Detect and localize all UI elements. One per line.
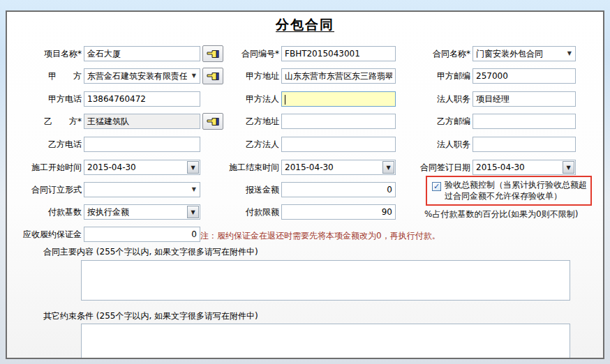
party-b-address-input[interactable] xyxy=(281,114,396,129)
main-content-textarea[interactable] xyxy=(81,260,570,301)
party-b-phone-input[interactable] xyxy=(84,137,200,152)
chevron-down-icon[interactable]: ▼ xyxy=(382,161,394,174)
legal-title-b-input[interactable] xyxy=(473,137,576,152)
project-name-label: 项目名称* xyxy=(12,46,82,61)
party-a-address-input[interactable] xyxy=(281,68,396,84)
deposit-input[interactable] xyxy=(84,227,200,242)
contract-no-input[interactable] xyxy=(281,46,396,61)
party-a-zip-input[interactable] xyxy=(473,68,576,84)
project-name-input[interactable] xyxy=(84,46,200,61)
acceptance-checkbox-label[interactable]: 验收总额控制（当累计执行验收总额超过合同金额不允许保存验收单） xyxy=(445,179,588,202)
sign-date-label: 合同签订日期 xyxy=(401,160,470,175)
start-date-label: 施工开始时间 xyxy=(12,160,82,175)
chevron-down-icon: ▼ xyxy=(192,187,196,192)
party-b-phone-label: 乙方电话 xyxy=(12,137,82,152)
contract-name-combo[interactable]: 门窗安装外包合同 ▼ xyxy=(473,46,576,61)
main-content-label: 合同主要内容 (255个字以内, 如果文字很多请写在附件中) xyxy=(43,246,258,258)
legal-title-b-label: 法人职务 xyxy=(401,137,470,152)
party-a-address-label: 甲方地址 xyxy=(209,68,279,84)
party-b-input[interactable] xyxy=(84,114,200,129)
party-a-legal-input[interactable] xyxy=(281,91,396,107)
contract-form-label: 合同订立形式 xyxy=(12,182,82,197)
report-amount-label: 报送金额 xyxy=(209,182,279,197)
party-b-address-label: 乙方地址 xyxy=(209,114,279,129)
deposit-note-text: 注：履约保证金在退还时需要先将本项金额改为0，再执行付款。 xyxy=(200,230,440,242)
end-date-picker[interactable]: 2015-04-30 ▼ xyxy=(281,160,396,175)
party-a-combo[interactable]: 东营金石建筑安装有限责任 ▼ xyxy=(84,68,200,84)
legal-title-a-input[interactable] xyxy=(473,91,576,107)
contract-form-combo[interactable]: ▼ xyxy=(84,182,200,197)
payment-base-label: 付款基数 xyxy=(12,204,82,220)
party-b-legal-label: 乙方法人 xyxy=(209,137,279,152)
legal-title-a-label: 法人职务 xyxy=(401,91,470,107)
party-b-legal-input[interactable] xyxy=(281,137,396,152)
chevron-down-icon[interactable]: ▼ xyxy=(563,161,574,174)
acceptance-control-highlight: ✓ 验收总额控制（当累计执行验收总额超过合同金额不允许保存验收单） xyxy=(426,176,592,206)
party-a-legal-label: 甲方法人 xyxy=(209,91,279,107)
party-a-phone-input[interactable] xyxy=(84,91,200,107)
other-terms-label: 其它约束条件 (255个字以内, 如果文字很多请写在附件中) xyxy=(43,310,258,322)
acceptance-checkbox[interactable]: ✓ xyxy=(432,182,441,191)
report-amount-input[interactable] xyxy=(281,182,396,197)
payment-limit-input[interactable] xyxy=(281,204,396,220)
chevron-down-icon: ▼ xyxy=(567,51,572,56)
percent-hint-text: %占付款基数的百分比(如果为0则不限制) xyxy=(424,208,578,220)
other-terms-textarea[interactable] xyxy=(81,324,570,359)
contract-no-label: 合同编号* xyxy=(209,46,279,61)
form-panel: 分包合同 项目名称* 合同编号* 合同名称* 门窗安装外包合同 ▼ 甲 方 东营… xyxy=(6,10,604,359)
party-b-zip-input[interactable] xyxy=(473,114,576,129)
party-a-phone-label: 甲方电话 xyxy=(12,91,82,107)
chevron-down-icon[interactable]: ▼ xyxy=(187,206,199,218)
party-b-zip-label: 乙方邮编 xyxy=(401,114,470,129)
sign-date-picker[interactable]: 2015-04-30 ▼ xyxy=(473,160,576,175)
contract-name-label: 合同名称* xyxy=(401,46,470,61)
start-date-picker[interactable]: 2015-04-30 ▼ xyxy=(84,160,200,175)
party-a-label: 甲 方 xyxy=(12,68,82,84)
page-title: 分包合同 xyxy=(7,16,603,34)
party-a-zip-label: 甲方邮编 xyxy=(401,68,470,84)
end-date-label: 施工结束时间 xyxy=(209,160,279,175)
deposit-label: 应收履约保证金 xyxy=(12,227,82,242)
text-caret xyxy=(285,95,285,105)
chevron-down-icon: ▼ xyxy=(192,73,196,79)
payment-limit-label: 付款限额 xyxy=(209,204,279,220)
payment-base-combo[interactable]: 按执行金额 ▼ xyxy=(84,204,200,220)
chevron-down-icon[interactable]: ▼ xyxy=(187,161,199,174)
party-b-label: 乙 方* xyxy=(12,114,82,129)
